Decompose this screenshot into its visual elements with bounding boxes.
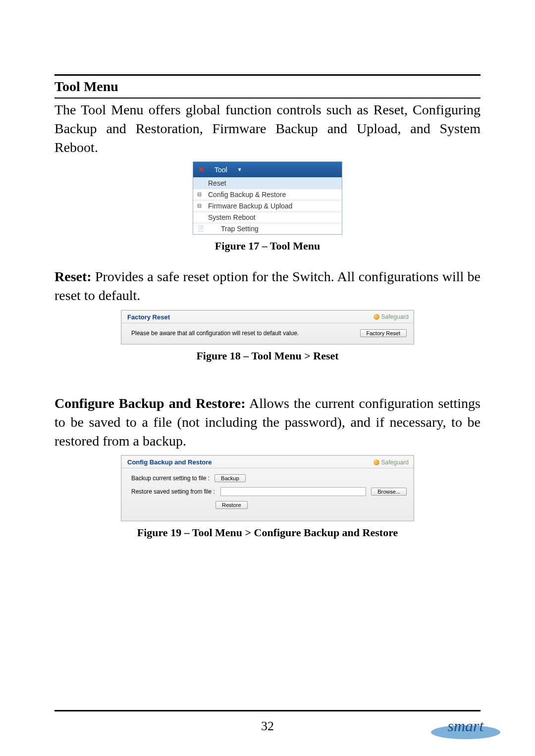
fig18-caption: Figure 18 – Tool Menu > Reset (54, 350, 481, 362)
browse-button[interactable]: Browse... (371, 488, 407, 496)
rule-under-title (54, 98, 481, 99)
panel-title: Config Backup and Restore (127, 458, 212, 466)
menu-item-label: Reset (208, 179, 226, 187)
backup-row: Backup current setting to file : Backup (131, 474, 407, 482)
menu-item-label: Trap Setting (221, 225, 259, 233)
safeguard-label: Safeguard (381, 459, 409, 466)
reset-warning: Please be aware that all configuration w… (131, 330, 299, 337)
menu-item-trap-setting[interactable]: 📄 Trap Setting (193, 223, 342, 234)
backup-button[interactable]: Backup (214, 474, 246, 482)
tool-menu-header[interactable]: ✕ Tool ▼ (193, 162, 342, 177)
fig18-panel: Factory Reset Safeguard Please be aware … (121, 310, 414, 345)
safeguard-badge: Safeguard (374, 459, 409, 466)
doc-icon: 📄 (197, 225, 204, 232)
restore-file-input[interactable] (220, 487, 366, 496)
menu-item-reset[interactable]: Reset (193, 177, 342, 189)
tree-branch-icon: ⊟ (197, 191, 204, 198)
backup-label: Configure Backup and Restore: (54, 396, 245, 411)
panel-title: Factory Reset (127, 313, 170, 321)
safeguard-label: Safeguard (381, 313, 409, 320)
panel-header: Factory Reset Safeguard (121, 310, 414, 323)
backup-row-label: Backup current setting to file : (131, 475, 210, 482)
menu-item-label: System Reboot (208, 213, 256, 221)
chevron-down-icon: ▼ (237, 167, 242, 172)
safeguard-icon (374, 314, 379, 320)
page: Tool Menu The Tool Menu offers global fu… (0, 0, 535, 756)
panel-header: Config Backup and Restore Safeguard (121, 455, 414, 468)
menu-item-label: Firmware Backup & Upload (208, 202, 292, 210)
intro-paragraph: The Tool Menu offers global function con… (54, 101, 481, 156)
logo-text: smart (448, 717, 484, 735)
fig17-tool-menu: ✕ Tool ▼ Reset ⊟ Config Backup & Restore… (193, 161, 342, 235)
tree-branch-icon: ⊟ (197, 202, 204, 209)
menu-item-label: Config Backup & Restore (208, 191, 286, 199)
fig17-caption: Figure 17 – Tool Menu (54, 240, 481, 252)
restore-row-label: Restore saved setting from file : (131, 488, 215, 495)
restore-button[interactable]: Restore (215, 501, 248, 509)
tool-menu-list: Reset ⊟ Config Backup & Restore ⊟ Firmwa… (193, 177, 342, 234)
safeguard-icon (374, 459, 379, 465)
factory-reset-button[interactable]: Factory Reset (360, 329, 407, 337)
safeguard-badge: Safeguard (374, 313, 409, 320)
footer-rule (54, 710, 481, 711)
rule-top (54, 74, 481, 76)
fig19-panel: Config Backup and Restore Safeguard Back… (121, 455, 414, 521)
tool-icon: ✕ (198, 165, 205, 174)
menu-item-system-reboot[interactable]: System Reboot (193, 211, 342, 223)
panel-body: Backup current setting to file : Backup … (121, 468, 414, 521)
reset-label: Reset: (54, 269, 92, 284)
restore-row: Restore saved setting from file : Browse… (131, 487, 407, 496)
backup-paragraph: Configure Backup and Restore: Allows the… (54, 394, 481, 450)
reset-paragraph: Reset: Provides a safe reset option for … (54, 267, 481, 305)
smart-logo: smart (426, 711, 505, 741)
section-title: Tool Menu (54, 79, 481, 95)
menu-item-config-backup[interactable]: ⊟ Config Backup & Restore (193, 189, 342, 200)
menu-item-firmware[interactable]: ⊟ Firmware Backup & Upload (193, 200, 342, 211)
restore-button-row: Restore (215, 501, 407, 509)
reset-text: Provides a safe reset option for the Swi… (54, 269, 481, 303)
panel-body: Please be aware that all configuration w… (121, 323, 414, 344)
tool-menu-label: Tool (214, 166, 227, 174)
fig19-caption: Figure 19 – Tool Menu > Configure Backup… (54, 526, 481, 539)
